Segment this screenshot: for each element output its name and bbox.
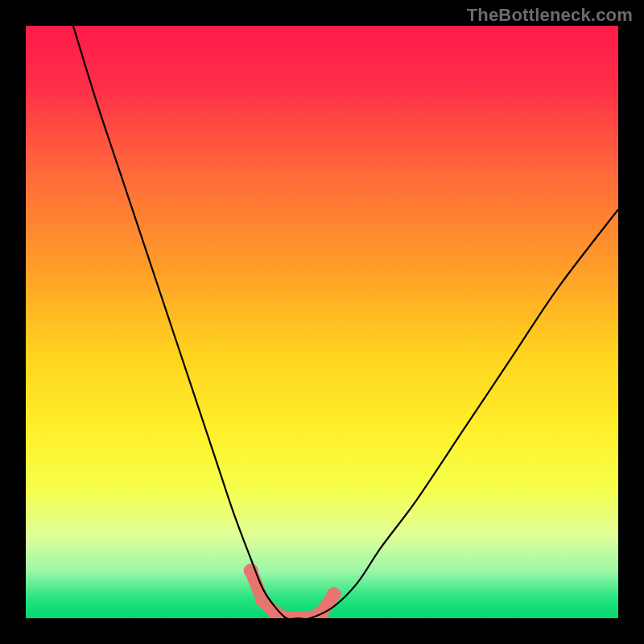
curve-layer (26, 26, 618, 618)
chart-frame: TheBottleneck.com (0, 0, 644, 644)
bottleneck-curve (73, 26, 618, 618)
optimal-range-markers (244, 564, 341, 618)
watermark-text: TheBottleneck.com (467, 5, 633, 26)
optimal-point (327, 588, 341, 602)
optimal-point (255, 593, 270, 608)
plot-area (26, 26, 618, 618)
